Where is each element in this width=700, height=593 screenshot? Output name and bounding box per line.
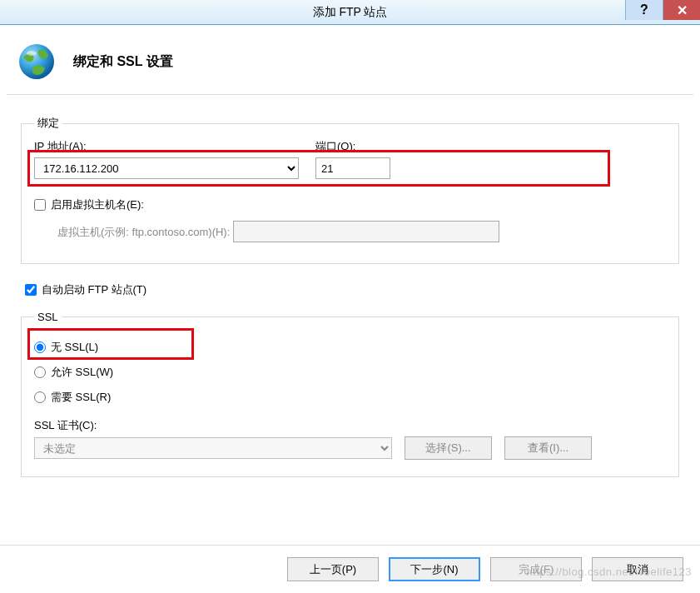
port-input[interactable] — [315, 157, 390, 179]
ip-address-select[interactable]: 172.16.112.200 — [34, 157, 299, 179]
svg-point-1 — [27, 51, 37, 56]
vhost-input — [233, 221, 499, 242]
ssl-cert-select[interactable]: 未选定 — [34, 437, 392, 459]
page-title: 绑定和 SSL 设置 — [73, 53, 173, 71]
auto-start-label[interactable]: 自动启动 FTP 站点(T) — [42, 282, 146, 297]
close-button[interactable]: ✕ — [663, 0, 700, 20]
help-button[interactable]: ? — [625, 0, 663, 20]
binding-fieldset: 绑定 IP 地址(A): 172.16.112.200 端口(O): 启用虚拟主… — [21, 116, 679, 264]
require-ssl-label[interactable]: 需要 SSL(R) — [51, 390, 111, 405]
allow-ssl-radio[interactable] — [34, 366, 46, 378]
ssl-cert-label: SSL 证书(C): — [34, 418, 666, 433]
port-label: 端口(O): — [315, 139, 390, 154]
content-area: 绑定 IP 地址(A): 172.16.112.200 端口(O): 启用虚拟主… — [0, 95, 700, 504]
allow-ssl-label[interactable]: 允许 SSL(W) — [51, 365, 113, 380]
no-ssl-radio[interactable] — [34, 341, 46, 353]
select-cert-button: 选择(S)... — [405, 436, 492, 460]
auto-start-row: 自动启动 FTP 站点(T) — [25, 282, 675, 297]
ssl-legend: SSL — [34, 311, 62, 323]
require-ssl-radio[interactable] — [34, 391, 46, 403]
enable-vhost-checkbox[interactable] — [34, 199, 46, 211]
window-title: 添加 FTP 站点 — [313, 5, 388, 20]
finish-button: 完成(F) — [490, 557, 582, 581]
binding-legend: 绑定 — [34, 116, 62, 131]
ssl-fieldset: SSL 无 SSL(L) 允许 SSL(W) 需要 SSL(R) SSL 证书(… — [21, 311, 679, 477]
auto-start-checkbox[interactable] — [25, 284, 37, 296]
enable-vhost-label[interactable]: 启用虚拟主机名(E): — [51, 197, 144, 212]
previous-button[interactable]: 上一页(P) — [287, 557, 379, 581]
wizard-footer: 上一页(P) 下一步(N) 完成(F) 取消 — [0, 545, 700, 593]
cancel-button[interactable]: 取消 — [592, 557, 683, 581]
wizard-header: 绑定和 SSL 设置 — [0, 25, 700, 94]
titlebar: 添加 FTP 站点 ? ✕ — [0, 0, 700, 25]
globe-icon — [17, 42, 57, 82]
vhost-label: 虚拟主机(示例: ftp.contoso.com)(H): — [57, 226, 230, 238]
titlebar-buttons: ? ✕ — [625, 0, 700, 24]
next-button[interactable]: 下一步(N) — [389, 557, 480, 581]
ip-address-label: IP 地址(A): — [34, 139, 299, 154]
view-cert-button: 查看(I)... — [504, 436, 592, 460]
no-ssl-label[interactable]: 无 SSL(L) — [51, 340, 98, 355]
